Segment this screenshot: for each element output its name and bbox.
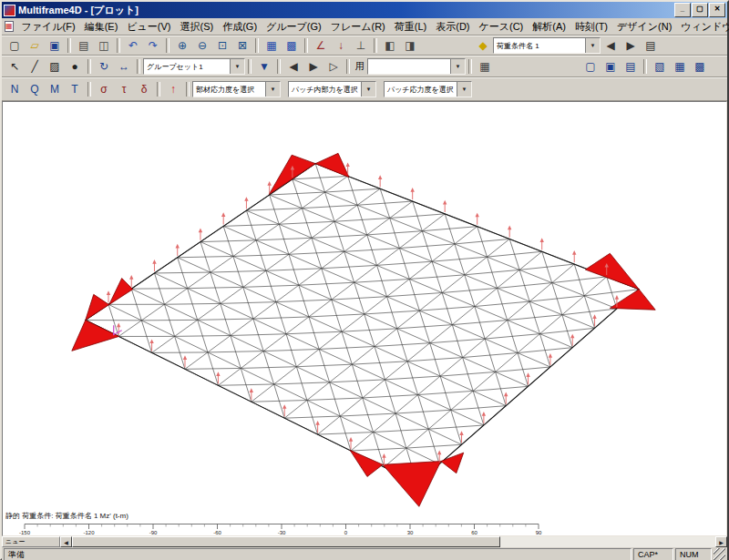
menu-item-3[interactable]: 選択(S) [176, 19, 219, 35]
plot-area: 静的 荷重条件: 荷重条件名 1 Mz' (t-m) -150-120-90-6… [2, 101, 727, 536]
open-file-button[interactable]: ▱ [25, 36, 45, 55]
view-tab[interactable]: ニュー [2, 536, 60, 547]
dropdown-arrow-icon[interactable]: ▼ [361, 82, 375, 97]
menu-item-2[interactable]: ビュー(V) [122, 19, 175, 35]
snap-toggle-button[interactable]: ▩ [282, 36, 302, 55]
menu-item-10[interactable]: 解析(A) [528, 19, 570, 35]
select-arrow-button[interactable]: ↖ [5, 57, 25, 76]
restore-button[interactable]: ▢ [692, 3, 708, 17]
toolbar-separator [277, 59, 281, 74]
result-moment-button[interactable]: M [45, 80, 65, 98]
close-button[interactable]: ✕ [709, 3, 725, 17]
menu-item-8[interactable]: 表示(D) [431, 19, 474, 35]
zoom-in-button[interactable]: ⊕ [172, 36, 192, 55]
scrollbar-track[interactable] [72, 536, 715, 547]
show-supports-icon: ⊥ [356, 40, 365, 51]
menu-item-5[interactable]: グループ(G) [262, 19, 326, 35]
grid-toggle-button[interactable]: ▦ [262, 36, 282, 55]
load-case-button[interactable]: ◆ [473, 36, 493, 55]
undo-button[interactable]: ↶ [123, 36, 143, 55]
patch-stress-combo[interactable]: パッチ応力度を選択▼ [384, 81, 472, 97]
window-new-button[interactable]: ▢ [580, 57, 601, 76]
save-file-button[interactable]: ▣ [45, 36, 65, 55]
result-tau-button[interactable]: τ [114, 80, 134, 98]
menu-item-4[interactable]: 作成(G) [218, 19, 262, 35]
zoom-out-button[interactable]: ⊖ [192, 36, 212, 55]
load-case-combo-value: 荷重条件名 1 [494, 41, 585, 51]
zoom-fit-button[interactable]: ⊠ [232, 36, 252, 55]
result-axial-button[interactable]: N [5, 80, 25, 98]
window-graph-button[interactable]: ▩ [690, 57, 710, 76]
window-table-icon: ▦ [674, 61, 684, 72]
menu-item-12[interactable]: デザイン(N) [612, 19, 676, 35]
menu-item-9[interactable]: ケース(C) [475, 19, 529, 35]
show-loads-button[interactable]: ↓ [331, 36, 351, 55]
anim-forward-button[interactable]: ▷ [323, 57, 344, 76]
show-supports-button[interactable]: ⊥ [351, 36, 371, 55]
window-cascade-button[interactable]: ▣ [601, 57, 621, 76]
next-case-button[interactable]: ▶ [621, 36, 641, 55]
scroll-left-button[interactable]: ◀ [60, 536, 72, 547]
redo-button[interactable]: ↷ [143, 36, 163, 55]
render-wire-button[interactable]: ◨ [400, 36, 420, 55]
toolbar-separator [157, 82, 160, 97]
render-solid-button[interactable]: ◧ [380, 36, 400, 55]
data-table-button[interactable]: ▦ [475, 57, 495, 76]
rotate-view-button[interactable]: ↻ [94, 57, 114, 76]
filter-icon: ▼ [259, 61, 270, 72]
dropdown-arrow-icon[interactable]: ▼ [265, 82, 280, 97]
zoom-in-icon: ⊕ [178, 40, 187, 51]
window-table-button[interactable]: ▦ [670, 57, 690, 76]
display-combo[interactable]: ▼ [367, 58, 466, 75]
anim-play-button[interactable]: ▶ [303, 57, 323, 76]
window-plot-button[interactable]: ▧ [650, 57, 670, 76]
select-member-button[interactable]: ╱ [25, 57, 45, 76]
dropdown-arrow-icon[interactable]: ▼ [457, 82, 471, 97]
dropdown-arrow-icon[interactable]: ▼ [585, 38, 600, 53]
filter-button[interactable]: ▼ [254, 57, 274, 76]
group-set-combo[interactable]: グループセット1▼ [143, 58, 245, 75]
minimize-button[interactable]: _ [674, 3, 691, 17]
menu-item-6[interactable]: フレーム(R) [326, 19, 390, 35]
menu-item-0[interactable]: ファイル(F) [17, 19, 80, 35]
stress-arrow-button[interactable]: ↑ [163, 80, 183, 98]
svg-text:-60: -60 [213, 530, 221, 535]
load-case-combo[interactable]: 荷重条件名 1▼ [493, 37, 601, 54]
menu-item-7[interactable]: 荷重(L) [390, 19, 431, 35]
menu-item-11[interactable]: 時刻(T) [570, 19, 612, 35]
menu-item-13[interactable]: ウィンドウ(W) [676, 19, 729, 35]
select-patch-icon: ▨ [49, 61, 59, 72]
scrollbar-thumb[interactable] [72, 536, 500, 547]
result-sigma-button[interactable]: σ [94, 80, 114, 98]
result-torsion-button[interactable]: T [65, 80, 85, 98]
dropdown-arrow-icon[interactable]: ▼ [450, 59, 465, 74]
print-button[interactable]: ▤ [74, 36, 94, 55]
select-node-button[interactable]: ● [65, 57, 85, 76]
show-axes-icon: ∠ [316, 40, 326, 51]
menu-item-1[interactable]: 編集(E) [80, 19, 123, 35]
resize-grip[interactable] [714, 548, 725, 560]
anim-back-button[interactable]: ◀ [283, 57, 303, 76]
member-stress-combo[interactable]: 部材応力度を選択▼ [192, 81, 281, 97]
undo-icon: ↶ [128, 40, 138, 51]
new-file-button[interactable]: ▢ [5, 36, 25, 55]
prev-case-button[interactable]: ◀ [601, 36, 621, 55]
result-delta-button[interactable]: δ [134, 80, 154, 98]
case-options-button[interactable]: ▤ [641, 36, 661, 55]
dropdown-arrow-icon[interactable]: ▼ [230, 59, 244, 74]
plot-canvas[interactable] [3, 102, 727, 511]
window-tile-icon: ▤ [625, 61, 635, 72]
copy-button[interactable]: ◫ [94, 36, 114, 55]
scroll-right-button[interactable]: ▶ [715, 536, 727, 547]
patch-force-combo[interactable]: パッチ内部力を選択▼ [288, 81, 376, 97]
window-tile-button[interactable]: ▤ [621, 57, 641, 76]
toolbar-separator [374, 38, 377, 53]
select-patch-button[interactable]: ▨ [45, 57, 65, 76]
zoom-window-button[interactable]: ⊡ [212, 36, 232, 55]
ruler-ticks: -150-120-90-60-300306090 [19, 524, 542, 536]
svg-text:60: 60 [471, 530, 477, 535]
result-shear-button[interactable]: Q [25, 80, 45, 98]
pan-view-button[interactable]: ↔ [114, 57, 134, 76]
toolbar-results: NQMTστδ↑部材応力度を選択▼パッチ内部力を選択▼パッチ応力度を選択▼ [2, 77, 727, 101]
show-axes-button[interactable]: ∠ [311, 36, 331, 55]
